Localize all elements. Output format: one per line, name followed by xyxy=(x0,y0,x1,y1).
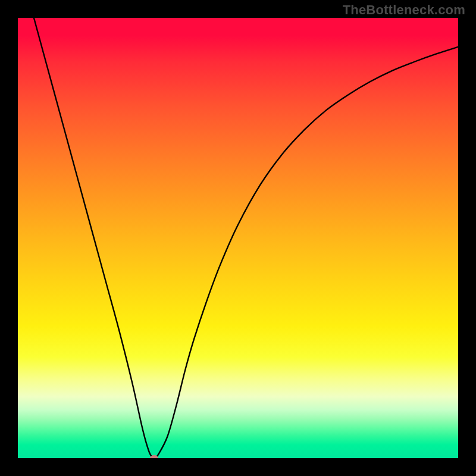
optimal-point-marker xyxy=(150,455,158,458)
chart-frame: TheBottleneck.com xyxy=(0,0,476,476)
bottleneck-curve xyxy=(18,18,458,458)
plot-area xyxy=(18,18,458,458)
watermark-text: TheBottleneck.com xyxy=(343,2,465,18)
